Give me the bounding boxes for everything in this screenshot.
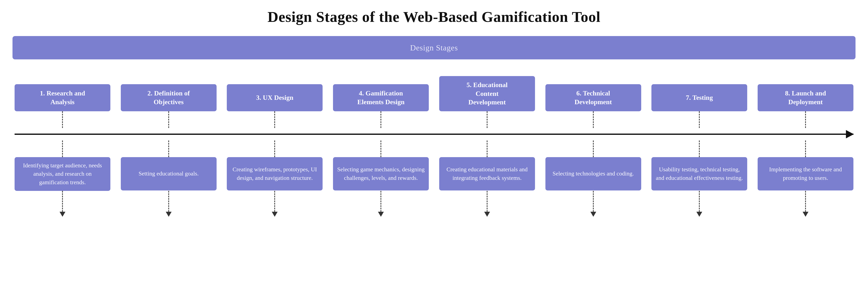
dash-5-mid	[487, 141, 488, 157]
dash-4-top	[380, 111, 381, 128]
stage-5-container: 5. Educational Content Development	[439, 76, 535, 111]
stages-top-row: 1. Research and Analysis 2. Definition o…	[12, 76, 856, 111]
stage-box-7: 7. Testing	[651, 84, 747, 111]
stage-1-container: 1. Research and Analysis	[14, 84, 111, 111]
dash-4-mid	[380, 141, 381, 157]
dash-1-bottom	[62, 191, 63, 212]
dash-3-mid	[274, 141, 275, 157]
stage-box-3: 3. UX Design	[227, 84, 322, 111]
dashes-mid-row	[12, 141, 856, 157]
stage-3-container: 3. UX Design	[227, 84, 322, 111]
dash-6-top	[593, 111, 594, 128]
arrow-down-1	[60, 212, 65, 217]
arrow-down-5	[484, 212, 490, 217]
arrow-down-7	[696, 212, 702, 217]
design-stages-bar: Design Stages	[12, 36, 856, 59]
desc-box-6: Selecting technologies and coding.	[546, 157, 641, 190]
dash-3-bottom	[274, 191, 275, 212]
arrow-down-6	[590, 212, 596, 217]
desc-box-1: Identifying target audience, needs analy…	[14, 157, 111, 191]
arrows-down-row	[12, 212, 856, 217]
stage-4-container: 4. Gamification Elements Design	[333, 84, 429, 111]
stage-box-4: 4. Gamification Elements Design	[333, 84, 429, 111]
stage-7-container: 7. Testing	[651, 84, 747, 111]
desc-box-5: Creating educational materials and integ…	[439, 157, 535, 190]
dash-7-top	[699, 111, 700, 128]
desc-box-8: Implementing the software and promoting …	[757, 157, 854, 190]
dash-1-top	[62, 111, 63, 128]
stage-8-container: 8. Launch and Deployment	[757, 84, 854, 111]
dash-3-top	[274, 111, 275, 128]
desc-row: Identifying target audience, needs analy…	[12, 157, 856, 191]
stage-box-6: 6. Technical Development	[546, 84, 641, 111]
stage-box-8: 8. Launch and Deployment	[757, 84, 854, 111]
desc-box-3: Creating wireframes, prototypes, UI desi…	[227, 157, 322, 190]
timeline-line-container	[14, 128, 854, 141]
dash-7-bottom	[699, 191, 700, 212]
dash-2-top	[168, 111, 169, 128]
desc-box-7: Usability testing, technical testing, an…	[651, 157, 747, 190]
stage-2-container: 2. Definition of Objectives	[121, 84, 217, 111]
stage-6-container: 6. Technical Development	[546, 84, 641, 111]
dashes-top-row	[12, 111, 856, 128]
timeline-section: 1. Research and Analysis 2. Definition o…	[12, 76, 856, 217]
timeline-line	[14, 133, 854, 135]
stage-box-1: 1. Research and Analysis	[14, 84, 111, 111]
dash-6-bottom	[593, 191, 594, 212]
dash-5-bottom	[487, 191, 488, 212]
stage-box-5: 5. Educational Content Development	[439, 76, 535, 111]
dash-8-mid	[805, 141, 806, 157]
arrow-down-2	[166, 212, 172, 217]
arrow-down-8	[803, 212, 808, 217]
arrow-down-3	[272, 212, 278, 217]
dash-6-mid	[593, 141, 594, 157]
page-title: Design Stages of the Web-Based Gamificat…	[12, 8, 856, 26]
dash-4-bottom	[380, 191, 381, 212]
dash-2-bottom	[168, 191, 169, 212]
dash-5-top	[487, 111, 488, 128]
stage-box-2: 2. Definition of Objectives	[121, 84, 217, 111]
arrow-down-4	[378, 212, 384, 217]
dash-2-mid	[168, 141, 169, 157]
dash-8-bottom	[805, 191, 806, 212]
dashes-bottom-row	[12, 191, 856, 212]
dash-7-mid	[699, 141, 700, 157]
desc-box-4: Selecting game mechanics, designing chal…	[333, 157, 429, 190]
desc-box-2: Setting educational goals.	[121, 157, 217, 190]
dash-8-top	[805, 111, 806, 128]
dash-1-mid	[62, 141, 63, 157]
